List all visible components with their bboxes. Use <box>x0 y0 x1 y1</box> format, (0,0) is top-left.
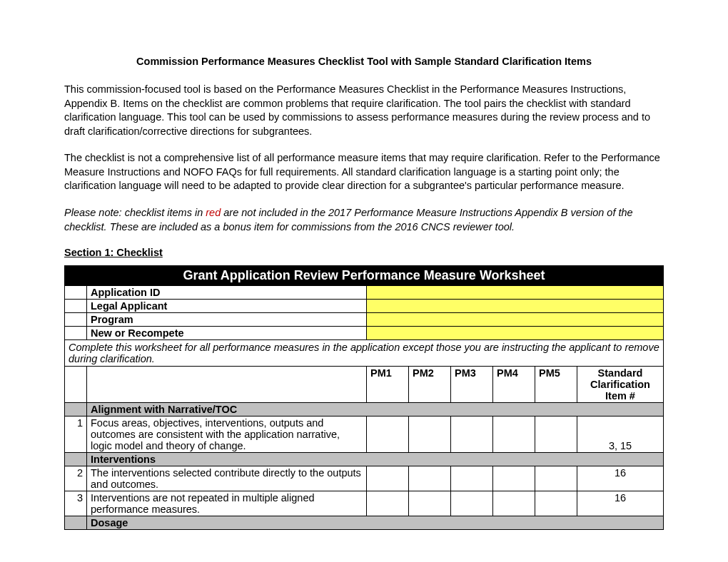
section-dosage: Dosage <box>87 516 664 530</box>
blank-num-cell <box>65 367 87 403</box>
pm5-cell[interactable] <box>535 417 577 453</box>
pm1-cell[interactable] <box>367 466 409 491</box>
section-1-heading: Section 1: Checklist <box>64 247 664 258</box>
table-row: 3 Interventions are not repeated in mult… <box>65 491 664 516</box>
col-head-pm5: PM5 <box>535 367 577 403</box>
item-num: 1 <box>65 417 87 453</box>
table-title: Grant Application Review Performance Mea… <box>65 266 664 286</box>
pm3-cell[interactable] <box>451 466 493 491</box>
pm2-cell[interactable] <box>409 417 451 453</box>
blank-num-cell <box>65 313 87 327</box>
blank-num-cell <box>65 403 87 417</box>
pm5-cell[interactable] <box>535 491 577 516</box>
col-head-pm1: PM1 <box>367 367 409 403</box>
section-alignment: Alignment with Narrative/TOC <box>87 403 664 417</box>
std-item-cell: 16 <box>577 466 664 491</box>
pm2-cell[interactable] <box>409 466 451 491</box>
blank-num-cell <box>65 453 87 466</box>
pm4-cell[interactable] <box>493 466 535 491</box>
std-item-cell: 16 <box>577 491 664 516</box>
input-legal[interactable] <box>367 300 664 313</box>
intro-paragraph-1: This commission-focused tool is based on… <box>64 83 664 138</box>
pm4-cell[interactable] <box>493 417 535 453</box>
item-num: 3 <box>65 491 87 516</box>
table-row: 1 Focus areas, objectives, interventions… <box>65 417 664 453</box>
col-head-pm3: PM3 <box>451 367 493 403</box>
table-row: 2 The interventions selected contribute … <box>65 466 664 491</box>
worksheet-table: Grant Application Review Performance Mea… <box>64 265 664 530</box>
blank-num-cell <box>65 327 87 340</box>
item-text: Interventions are not repeated in multip… <box>87 491 367 516</box>
pm3-cell[interactable] <box>451 491 493 516</box>
std-item-cell: 3, 15 <box>577 417 664 453</box>
blank-num-cell <box>65 516 87 530</box>
row-label-legal: Legal Applicant <box>87 300 367 313</box>
blank-num-cell <box>65 286 87 300</box>
blank-num-cell <box>65 300 87 313</box>
item-text: The interventions selected contribute di… <box>87 466 367 491</box>
input-app-id[interactable] <box>367 286 664 300</box>
blank-cell <box>87 367 367 403</box>
pm1-cell[interactable] <box>367 417 409 453</box>
col-head-pm4: PM4 <box>493 367 535 403</box>
item-text: Focus areas, objectives, interventions, … <box>87 417 367 453</box>
pm5-cell[interactable] <box>535 466 577 491</box>
instruction-row: Complete this worksheet for all performa… <box>65 340 664 367</box>
note-prefix: Please note: checklist items in <box>64 207 206 218</box>
intro-paragraph-2: The checklist is not a comprehensive lis… <box>64 151 664 193</box>
pm2-cell[interactable] <box>409 491 451 516</box>
section-interventions: Interventions <box>87 453 664 466</box>
note-paragraph: Please note: checklist items in red are … <box>64 206 664 234</box>
row-label-program: Program <box>87 313 367 327</box>
input-new-recompete[interactable] <box>367 327 664 340</box>
col-head-pm2: PM2 <box>409 367 451 403</box>
input-program[interactable] <box>367 313 664 327</box>
row-label-app-id: Application ID <box>87 286 367 300</box>
note-red-word: red <box>206 207 221 218</box>
pm3-cell[interactable] <box>451 417 493 453</box>
pm1-cell[interactable] <box>367 491 409 516</box>
document-title: Commission Performance Measures Checklis… <box>64 56 664 67</box>
col-head-std: Standard Clarification Item # <box>577 367 664 403</box>
item-num: 2 <box>65 466 87 491</box>
pm4-cell[interactable] <box>493 491 535 516</box>
row-label-new-recompete: New or Recompete <box>87 327 367 340</box>
